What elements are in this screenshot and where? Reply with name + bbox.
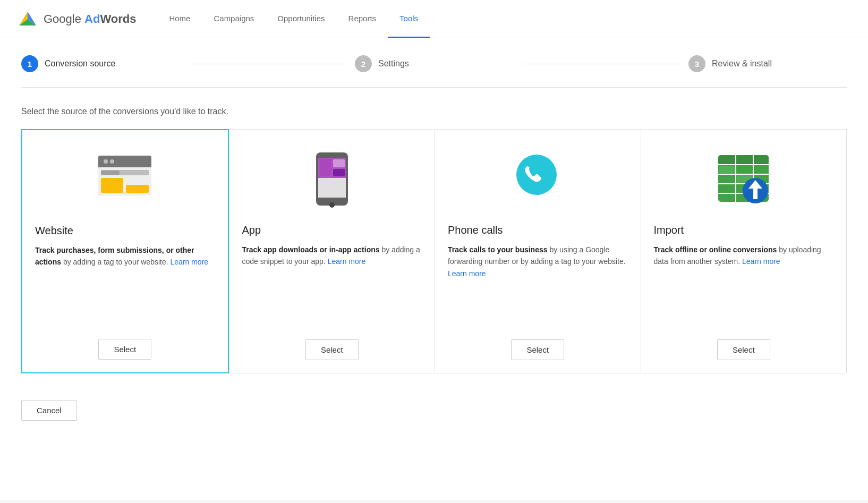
logo-text: Google AdWords <box>44 12 136 26</box>
main-content: 1 Conversion source 2 Settings 3 Review … <box>0 38 868 500</box>
phone-card: Phone calls Track calls to your business… <box>435 129 641 373</box>
svg-rect-11 <box>126 185 149 193</box>
cancel-button[interactable]: Cancel <box>21 400 77 421</box>
nav-opportunities[interactable]: Opportunities <box>266 0 336 38</box>
main-nav: Home Campaigns Opportunities Reports Too… <box>157 0 430 38</box>
import-icon-area <box>654 144 834 214</box>
app-card-title: App <box>242 224 261 236</box>
stepper: 1 Conversion source 2 Settings 3 Review … <box>21 55 847 88</box>
website-card-title: Website <box>35 225 73 237</box>
website-card: Website Track purchases, form submission… <box>21 129 229 373</box>
app-icon-area <box>242 144 422 214</box>
app-icon <box>308 150 356 208</box>
step-2: 2 Settings <box>355 55 513 72</box>
website-desc-rest: by adding a tag to your website. <box>61 258 168 266</box>
header: Google AdWords Home Campaigns Opportunit… <box>0 0 868 38</box>
phone-card-title: Phone calls <box>448 224 503 236</box>
svg-rect-18 <box>320 159 331 176</box>
nav-tools[interactable]: Tools <box>388 0 430 38</box>
import-card: Import Track offline or online conversio… <box>641 129 847 373</box>
nav-reports[interactable]: Reports <box>337 0 388 38</box>
svg-rect-25 <box>718 155 769 165</box>
website-icon-area <box>35 145 215 214</box>
phone-icon <box>511 152 564 206</box>
google-adwords-logo-icon <box>17 8 38 30</box>
step-1-circle: 1 <box>21 55 38 72</box>
phone-select-button[interactable]: Select <box>511 339 564 360</box>
step-2-label: Settings <box>378 59 409 69</box>
app-card: App Track app downloads or in-app action… <box>229 129 435 373</box>
import-desc-bold: Track offline or online conversions <box>654 245 777 254</box>
import-card-desc: Track offline or online conversions by u… <box>654 244 834 327</box>
website-icon <box>93 150 157 209</box>
import-card-title: Import <box>654 224 684 236</box>
svg-point-8 <box>110 159 114 164</box>
phone-learn-more[interactable]: Learn more <box>448 269 486 278</box>
svg-rect-17 <box>318 178 346 198</box>
website-select-button[interactable]: Select <box>98 339 151 360</box>
logo: Google AdWords <box>17 8 136 30</box>
svg-rect-20 <box>333 169 345 176</box>
step-2-circle: 2 <box>355 55 372 72</box>
svg-rect-32 <box>719 166 735 173</box>
step-1: 1 Conversion source <box>21 55 180 72</box>
website-learn-more[interactable]: Learn more <box>170 258 208 266</box>
import-icon <box>716 152 771 206</box>
svg-point-7 <box>104 159 108 164</box>
svg-rect-19 <box>333 159 345 167</box>
instruction-text: Select the source of the conversions you… <box>21 107 847 116</box>
step-3: 3 Review & install <box>688 55 847 72</box>
phone-icon-area <box>448 144 628 214</box>
svg-point-21 <box>329 202 335 208</box>
nav-home[interactable]: Home <box>157 0 202 38</box>
phone-card-desc: Track calls to your business by using a … <box>448 244 628 327</box>
step-3-label: Review & install <box>712 59 772 69</box>
website-card-desc: Track purchases, form submissions, or ot… <box>35 244 215 326</box>
app-desc-bold: Track app downloads or in-app actions <box>242 245 380 254</box>
step-1-label: Conversion source <box>45 59 115 69</box>
app-select-button[interactable]: Select <box>305 339 359 360</box>
step-connector-1 <box>188 64 346 64</box>
phone-desc-bold: Track calls to your business <box>448 245 548 254</box>
step-connector-2 <box>522 64 680 64</box>
nav-campaigns[interactable]: Campaigns <box>202 0 266 38</box>
cards-grid: Website Track purchases, form submission… <box>21 129 847 373</box>
svg-rect-13 <box>101 170 120 175</box>
app-learn-more[interactable]: Learn more <box>328 257 366 266</box>
step-3-circle: 3 <box>688 55 705 72</box>
svg-rect-10 <box>101 178 123 193</box>
import-select-button[interactable]: Select <box>717 339 770 360</box>
import-learn-more[interactable]: Learn more <box>742 257 780 266</box>
app-card-desc: Track app downloads or in-app actions by… <box>242 244 422 327</box>
